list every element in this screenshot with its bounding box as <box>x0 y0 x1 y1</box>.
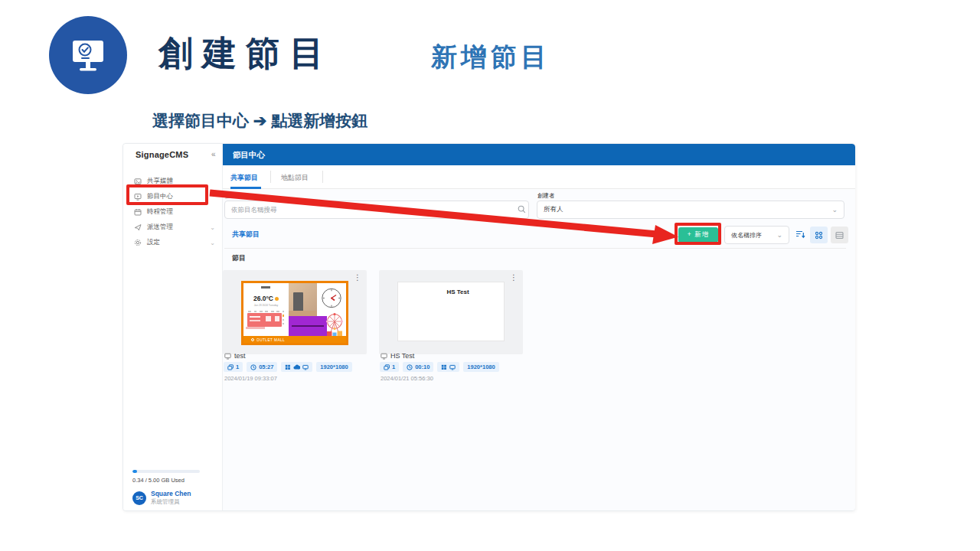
thumb-promo-block <box>247 313 282 327</box>
chevron-down-icon: ⌄ <box>831 206 838 214</box>
storage-progress-fill <box>132 470 137 473</box>
page-title: 創建節目 <box>158 31 333 77</box>
cloud-icon <box>293 364 300 370</box>
program-created-date: 2024/01/19 09:33:07 <box>224 375 277 382</box>
sort-select-value: 依名稱排序 <box>731 231 762 240</box>
page-subtitle: 新增節目 <box>431 40 550 75</box>
highlight-box-program-center <box>126 184 208 205</box>
banner-text: OUTLET MALL <box>256 337 285 341</box>
sidebar-item-label: 時程管理 <box>147 207 173 217</box>
weather-location-bar <box>261 286 270 289</box>
weather-date: Jan 23 2024 Tuesday <box>253 304 278 306</box>
kebab-menu-icon[interactable]: ⋮ <box>510 273 518 282</box>
platforms-badge <box>281 362 312 372</box>
brand-logo: SignageCMS <box>136 150 188 159</box>
search-input[interactable] <box>224 201 529 219</box>
storage-used-text: 0.34 / 5.00 GB Used <box>132 477 214 484</box>
windows-icon <box>441 364 447 370</box>
divider <box>224 248 846 249</box>
creator-select[interactable]: 所有人 ⌄ <box>537 201 844 219</box>
sidebar-item-distribution[interactable]: 派送管理 ⌄ <box>123 220 223 234</box>
creator-select-value: 所有人 <box>544 205 564 214</box>
pages-count: 1 <box>236 364 239 370</box>
display-icon <box>381 353 387 360</box>
tab-separator <box>270 171 271 183</box>
program-title-row: HS Test <box>381 352 414 360</box>
weather-temperature: 26.0°C <box>253 295 279 302</box>
sort-select[interactable]: 依名稱排序 ⌄ <box>724 226 789 244</box>
ferris-wheel-graphic <box>323 311 346 337</box>
sidebar-collapse-icon[interactable]: « <box>211 150 216 158</box>
search-label: 搜尋 <box>225 192 237 200</box>
thumb-purple-block <box>289 316 327 337</box>
user-role: 系統管理員 <box>151 498 191 506</box>
promo-text-lines <box>250 316 260 318</box>
tv-icon <box>302 364 309 370</box>
thumb-pink-bar <box>246 327 265 329</box>
duration-text: 05:27 <box>259 364 273 370</box>
highlight-box-add-button <box>675 223 721 245</box>
user-name: Square Chen <box>151 490 191 497</box>
sun-icon <box>275 297 279 301</box>
thumb-banner-bar: OUTLET MALL <box>243 336 346 343</box>
sort-order-icon[interactable] <box>795 230 805 239</box>
program-created-date: 2024/01/21 05:56:30 <box>381 375 433 382</box>
section-label: 節目 <box>232 253 246 263</box>
list-view-button[interactable] <box>831 227 848 243</box>
search-icon <box>518 205 526 214</box>
storage-progress-track <box>132 470 200 473</box>
breadcrumb: 共享節目 <box>232 230 260 240</box>
avatar: SC <box>132 491 146 505</box>
list-view-icon <box>835 231 844 240</box>
settings-icon <box>134 239 142 246</box>
sidebar-item-settings[interactable]: 設定 ⌄ <box>123 236 223 249</box>
program-card-hs-test[interactable]: ⋮ HS Test HS Test 1 <box>379 270 523 354</box>
page-header-title: 節目中心 <box>233 150 265 159</box>
pages-badge: 1 <box>224 362 243 372</box>
program-title-row: test <box>224 352 246 360</box>
duration-badge: 00:10 <box>403 362 433 372</box>
program-name: test <box>234 352 246 360</box>
creator-label: 創建者 <box>537 192 555 200</box>
promo-boxes <box>266 316 279 321</box>
banner-logo-icon <box>251 338 254 341</box>
program-card-test[interactable]: ⋮ <box>223 270 367 354</box>
monitor-check-icon <box>49 16 127 94</box>
thumb-weather-panel: 26.0°C Jan 23 2024 Tuesday <box>243 283 289 336</box>
instruction-text: 選擇節目中心 ➔ 點選新增按鈕 <box>152 110 368 132</box>
grid-view-icon <box>815 231 823 240</box>
platforms-badge <box>437 362 459 372</box>
display-icon <box>224 353 231 360</box>
tab-location-programs[interactable]: 地點節目 <box>281 173 309 183</box>
thumb-text: HS Test <box>446 289 469 295</box>
duration-text: 00:10 <box>415 364 430 370</box>
program-name: HS Test <box>390 352 414 360</box>
pages-icon <box>227 364 234 370</box>
thumb-purple-text-line <box>292 325 324 327</box>
pages-icon <box>384 364 390 370</box>
temperature-text: 26.0°C <box>253 295 273 302</box>
storage-indicator: 0.34 / 5.00 GB Used <box>132 470 214 484</box>
thumb-photo-floor <box>289 311 318 316</box>
duration-badge: 05:27 <box>247 362 277 372</box>
pages-count: 1 <box>392 364 395 370</box>
resolution-text: 1920*1080 <box>467 364 495 370</box>
kebab-menu-icon[interactable]: ⋮ <box>354 273 361 282</box>
resolution-badge: 1920*1080 <box>316 362 351 372</box>
sidebar-item-label: 設定 <box>147 238 160 247</box>
tv-icon <box>449 364 456 370</box>
forecast-days-row <box>248 311 284 312</box>
windows-icon <box>285 364 291 370</box>
program-thumbnail: HS Test <box>397 282 505 341</box>
resolution-badge: 1920*1080 <box>463 362 498 372</box>
page-header-bar: 節目中心 <box>223 144 855 165</box>
schedule-icon <box>134 208 142 216</box>
user-profile[interactable]: SC Square Chen 系統管理員 <box>132 490 191 506</box>
active-tab-underline <box>230 187 261 189</box>
tabs-bar: 共享節目 地點節目 <box>223 165 855 189</box>
chevron-down-icon: ⌄ <box>776 231 782 239</box>
sidebar-item-schedule[interactable]: 時程管理 <box>123 205 223 219</box>
tab-shared-programs[interactable]: 共享節目 <box>230 173 258 183</box>
tab-separator <box>322 171 323 183</box>
grid-view-button[interactable] <box>810 227 828 243</box>
